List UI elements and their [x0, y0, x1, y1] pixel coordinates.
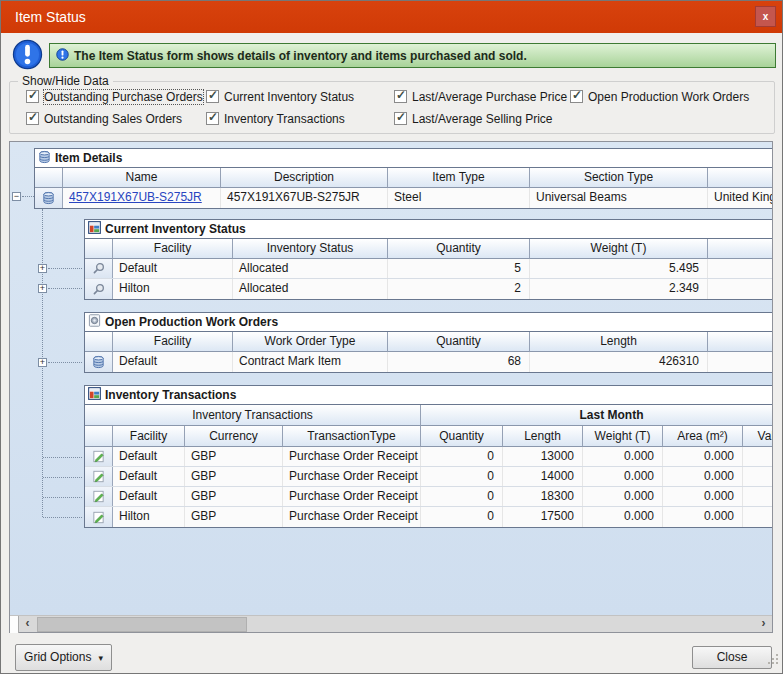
- header-cell[interactable]: Currency: [185, 426, 283, 447]
- checkbox-box[interactable]: ✓: [206, 90, 219, 103]
- header-cell[interactable]: Work Order Type: [233, 332, 388, 352]
- transaction-row[interactable]: Default GBP Purchase Order Receipt 0 130…: [85, 447, 772, 467]
- cell-value: [743, 467, 772, 486]
- header-cell[interactable]: Quantity: [421, 426, 503, 447]
- grid-options-button[interactable]: Grid Options▾: [15, 644, 112, 671]
- transaction-row[interactable]: Default GBP Purchase Order Receipt 0 183…: [85, 487, 772, 507]
- checkbox-open-production-work-orders[interactable]: ✓ Open Production Work Orders: [570, 89, 749, 104]
- cell-length: 18300: [503, 487, 583, 506]
- header-cell[interactable]: Name: [63, 168, 221, 188]
- header-cell[interactable]: [35, 168, 63, 188]
- checkbox-label: Open Production Work Orders: [588, 90, 749, 104]
- checkbox-box[interactable]: ✓: [394, 112, 407, 125]
- grid-options-label: Grid Options: [24, 650, 91, 664]
- cell-facility: Hilton: [113, 279, 233, 299]
- cell-facility: Default: [113, 352, 233, 372]
- resize-grip[interactable]: [768, 660, 778, 670]
- inventory-status-row[interactable]: Default Allocated 5 5.495: [85, 259, 772, 279]
- cell-quantity: 0: [421, 467, 503, 486]
- scrollbar-track[interactable]: [36, 616, 755, 632]
- tree-expand-toggle[interactable]: +: [38, 358, 47, 367]
- inventory-status-header: Facility Inventory Status Quantity Weigh…: [85, 239, 772, 259]
- database-icon: [85, 352, 113, 372]
- header-cell[interactable]: Weight (T): [530, 239, 708, 259]
- cell-weight: 0.000: [583, 507, 663, 527]
- cell-currency: GBP: [185, 507, 283, 527]
- inventory-status-row[interactable]: Hilton Allocated 2 2.349: [85, 279, 772, 299]
- item-row[interactable]: 457X191X67UB-S275JR 457X191X67UB-S275JR …: [35, 188, 772, 208]
- header-cell[interactable]: Section Type: [530, 168, 708, 188]
- inventory-status-table: Current Inventory Status Facility Invent…: [84, 219, 772, 300]
- group-header-cell[interactable]: Inventory Transactions: [85, 405, 421, 426]
- banner-text: The Item Status form shows details of in…: [74, 49, 527, 63]
- header-cell[interactable]: [85, 332, 113, 352]
- cell-weight: 0.000: [583, 447, 663, 466]
- tree-expand-toggle[interactable]: +: [38, 284, 47, 293]
- header-cell[interactable]: Length: [530, 332, 708, 352]
- header-cell[interactable]: Quantity: [388, 332, 530, 352]
- check-icon: ✓: [208, 110, 218, 124]
- cell-facility: Default: [113, 467, 185, 486]
- header-cell[interactable]: Length: [503, 426, 583, 447]
- checkbox-current-inventory-status[interactable]: ✓ Current Inventory Status: [206, 89, 354, 104]
- cell-weight: 5.495: [530, 259, 708, 278]
- header-cell[interactable]: Facility: [113, 426, 185, 447]
- edit-pencil-icon: [85, 467, 113, 486]
- header-cell[interactable]: Weight (T): [583, 426, 663, 447]
- work-order-row[interactable]: Default Contract Mark Item 68 426310: [85, 352, 772, 372]
- tree-connector: [43, 517, 82, 518]
- horizontal-scrollbar[interactable]: ‹ ›: [10, 615, 772, 632]
- header-cell[interactable]: Quantity: [388, 239, 530, 259]
- tree-connector: [22, 196, 34, 197]
- cell-facility: Default: [113, 447, 185, 466]
- checkbox-box[interactable]: ✓: [570, 90, 583, 103]
- checkbox-box[interactable]: ✓: [26, 90, 39, 103]
- section-title: Item Details: [55, 151, 122, 165]
- group-header-cell[interactable]: Last Month: [421, 405, 772, 426]
- edit-pencil-icon: [85, 487, 113, 506]
- header-cell[interactable]: Facility: [113, 332, 233, 352]
- cell-value: [743, 487, 772, 506]
- checkbox-outstanding-purchase-orders[interactable]: ✓ Outstanding Purchase Orders: [26, 89, 203, 104]
- transaction-row[interactable]: Hilton GBP Purchase Order Receipt 0 1750…: [85, 507, 772, 527]
- tree-collapse-toggle[interactable]: −: [12, 192, 21, 201]
- header-cell[interactable]: Facility: [113, 239, 233, 259]
- cell-value: [743, 447, 772, 466]
- item-name-link[interactable]: 457X191X67UB-S275JR: [69, 190, 202, 204]
- tree-expand-toggle[interactable]: +: [38, 264, 47, 273]
- section-title: Open Production Work Orders: [105, 315, 278, 329]
- scroll-right-icon[interactable]: ›: [755, 616, 772, 633]
- header-cell[interactable]: Inventory Status: [233, 239, 388, 259]
- transactions-header: Facility Currency TransactionType Quanti…: [85, 426, 772, 447]
- cell-transaction-type: Purchase Order Receipt: [283, 467, 421, 486]
- scrollbar-thumb[interactable]: [37, 617, 247, 632]
- header-cell[interactable]: Area (m²): [663, 426, 743, 447]
- cell-section-type: Universal Beams: [530, 188, 708, 208]
- header-cell[interactable]: TransactionType: [283, 426, 421, 447]
- close-icon[interactable]: x: [755, 6, 776, 27]
- window-title: Item Status: [15, 1, 86, 33]
- header-cell[interactable]: [708, 168, 772, 188]
- transaction-row[interactable]: Default GBP Purchase Order Receipt 0 140…: [85, 467, 772, 487]
- header-cell[interactable]: Item Type: [388, 168, 530, 188]
- header-cell[interactable]: Description: [221, 168, 388, 188]
- checkbox-box[interactable]: ✓: [26, 112, 39, 125]
- checkbox-box[interactable]: ✓: [394, 90, 407, 103]
- checkbox-inventory-transactions[interactable]: ✓ Inventory Transactions: [206, 111, 345, 126]
- header-cell[interactable]: [85, 239, 113, 259]
- header-cell[interactable]: [708, 239, 772, 259]
- checkbox-last-average-purchase-price[interactable]: ✓ Last/Average Purchase Price: [394, 89, 567, 104]
- checkbox-last-average-selling-price[interactable]: ✓ Last/Average Selling Price: [394, 111, 553, 126]
- scroll-left-icon[interactable]: ‹: [19, 616, 36, 633]
- check-icon: ✓: [28, 110, 38, 124]
- header-cell[interactable]: [708, 332, 772, 352]
- header-cell[interactable]: [85, 426, 113, 447]
- cell-area: 0.000: [663, 467, 743, 486]
- tree-connector: [43, 497, 82, 498]
- header-cell[interactable]: Value: [743, 426, 772, 447]
- close-button[interactable]: Close: [692, 646, 772, 669]
- checkbox-box[interactable]: ✓: [206, 112, 219, 125]
- tree-connector: [48, 362, 82, 363]
- checkbox-outstanding-sales-orders[interactable]: ✓ Outstanding Sales Orders: [26, 111, 182, 126]
- cell-item-type: Steel: [388, 188, 530, 208]
